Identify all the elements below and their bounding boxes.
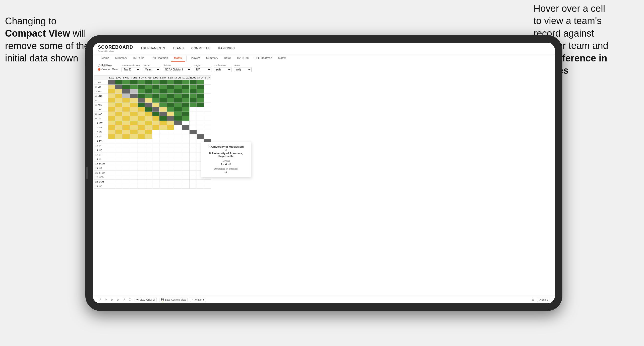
cell-13-3[interactable] xyxy=(130,139,138,143)
cell-21-2[interactable] xyxy=(122,175,130,180)
cell-9-2[interactable] xyxy=(122,121,130,125)
cell-21-3[interactable] xyxy=(130,175,138,180)
cell-19-6[interactable] xyxy=(152,166,159,170)
cell-15-10[interactable] xyxy=(182,148,189,152)
cell-21-9[interactable] xyxy=(174,175,182,180)
cell-8-5[interactable] xyxy=(145,116,152,121)
cell-6-13[interactable] xyxy=(204,107,211,112)
conference-select[interactable]: (All) xyxy=(214,67,231,72)
cell-2-3[interactable] xyxy=(130,89,138,94)
cell-10-7[interactable] xyxy=(159,125,167,130)
cell-10-5[interactable] xyxy=(145,125,152,130)
cell-11-12[interactable] xyxy=(197,130,204,134)
cell-22-3[interactable] xyxy=(130,180,138,184)
cell-8-1[interactable] xyxy=(115,116,122,121)
cell-4-10[interactable] xyxy=(182,98,189,103)
subnav-teams[interactable]: Teams xyxy=(98,54,112,62)
cell-8-2[interactable] xyxy=(122,116,130,121)
cell-19-10[interactable] xyxy=(182,166,189,170)
cell-5-3[interactable] xyxy=(130,103,138,107)
cell-11-4[interactable] xyxy=(138,130,145,134)
clock-icon[interactable]: ⏱ xyxy=(128,297,132,302)
cell-1-7[interactable] xyxy=(159,85,167,89)
redo-icon[interactable]: ↻ xyxy=(104,297,107,302)
cell-5-5[interactable] xyxy=(145,103,152,107)
cell-1-13[interactable] xyxy=(204,85,211,89)
matrix-area[interactable]: 1. AU2. VU3. ASU4. UNC5. UT6. FSU7. UM8.… xyxy=(93,74,555,296)
cell-10-2[interactable] xyxy=(122,125,130,130)
cell-12-11[interactable] xyxy=(189,134,197,139)
cell-22-9[interactable] xyxy=(174,180,182,184)
cell-8-6[interactable] xyxy=(152,116,159,121)
cell-10-10[interactable] xyxy=(182,125,189,130)
cell-23-2[interactable] xyxy=(122,184,130,189)
cell-23-6[interactable] xyxy=(152,184,159,189)
cell-11-0[interactable] xyxy=(108,130,115,134)
cell-17-9[interactable] xyxy=(174,157,182,161)
cell-23-12[interactable] xyxy=(197,184,204,189)
cell-1-2[interactable] xyxy=(122,85,130,89)
cell-0-12[interactable] xyxy=(197,80,204,85)
cell-3-3[interactable] xyxy=(130,94,138,98)
cell-5-4[interactable] xyxy=(138,103,145,107)
max-teams-select[interactable]: Top 50 xyxy=(122,67,140,72)
cell-0-8[interactable] xyxy=(167,80,174,85)
cell-12-7[interactable] xyxy=(159,134,167,139)
cell-21-7[interactable] xyxy=(159,175,167,180)
undo-icon[interactable]: ↺ xyxy=(98,297,101,302)
cell-2-2[interactable] xyxy=(122,89,130,94)
cell-6-8[interactable] xyxy=(167,107,174,112)
cell-20-2[interactable] xyxy=(122,170,130,175)
cell-12-13[interactable] xyxy=(204,134,211,139)
cell-1-8[interactable] xyxy=(167,85,174,89)
cell-9-9[interactable] xyxy=(174,121,182,125)
cell-4-12[interactable] xyxy=(197,98,204,103)
cell-16-5[interactable] xyxy=(145,152,152,157)
cell-7-10[interactable] xyxy=(182,112,189,116)
cell-10-11[interactable] xyxy=(189,125,197,130)
cell-5-1[interactable] xyxy=(115,103,122,107)
cell-17-0[interactable] xyxy=(108,157,115,161)
cell-2-4[interactable] xyxy=(138,89,145,94)
cell-23-3[interactable] xyxy=(130,184,138,189)
cell-19-9[interactable] xyxy=(174,166,182,170)
cell-19-2[interactable] xyxy=(122,166,130,170)
cell-8-10[interactable] xyxy=(182,116,189,121)
cell-11-2[interactable] xyxy=(122,130,130,134)
cell-21-5[interactable] xyxy=(145,175,152,180)
cell-20-6[interactable] xyxy=(152,170,159,175)
cell-23-9[interactable] xyxy=(174,184,182,189)
cell-2-1[interactable] xyxy=(115,89,122,94)
cell-21-1[interactable] xyxy=(115,175,122,180)
cell-3-10[interactable] xyxy=(182,94,189,98)
cell-2-7[interactable] xyxy=(159,89,167,94)
cell-19-3[interactable] xyxy=(130,166,138,170)
cell-22-2[interactable] xyxy=(122,180,130,184)
cell-20-5[interactable] xyxy=(145,170,152,175)
cell-9-6[interactable] xyxy=(152,121,159,125)
cell-8-12[interactable] xyxy=(197,116,204,121)
cell-14-6[interactable] xyxy=(152,143,159,148)
division-select[interactable]: NCAA Division I xyxy=(163,67,191,72)
nav-committee[interactable]: COMMITTEE xyxy=(191,47,211,50)
cell-2-11[interactable] xyxy=(189,89,197,94)
team-select[interactable]: (All) xyxy=(234,67,252,72)
cell-9-7[interactable] xyxy=(159,121,167,125)
cell-3-9[interactable] xyxy=(174,94,182,98)
cell-20-11[interactable] xyxy=(189,170,197,175)
cell-15-2[interactable] xyxy=(122,148,130,152)
cell-16-9[interactable] xyxy=(174,152,182,157)
cell-22-11[interactable] xyxy=(189,180,197,184)
cell-9-12[interactable] xyxy=(197,121,204,125)
cell-9-5[interactable] xyxy=(145,121,152,125)
cell-9-3[interactable] xyxy=(130,121,138,125)
cell-12-10[interactable] xyxy=(182,134,189,139)
cell-16-0[interactable] xyxy=(108,152,115,157)
cell-0-4[interactable] xyxy=(138,80,145,85)
cell-18-4[interactable] xyxy=(138,161,145,166)
cell-0-11[interactable] xyxy=(189,80,197,85)
cell-13-0[interactable] xyxy=(108,139,115,143)
cell-14-10[interactable] xyxy=(182,143,189,148)
full-view-option[interactable]: Full View xyxy=(98,64,118,67)
cell-19-7[interactable] xyxy=(159,166,167,170)
